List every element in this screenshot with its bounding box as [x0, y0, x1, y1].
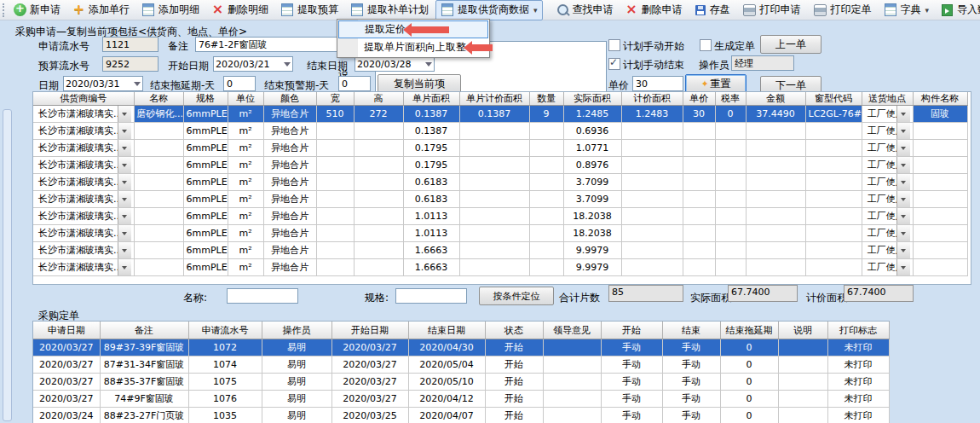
cell[interactable]: 工厂使用 [862, 259, 913, 276]
cell[interactable]: 18 [529, 208, 563, 225]
table-row[interactable]: 2020/03/2788#35-37F窗固玻1075易明2020/03/2720… [33, 374, 889, 391]
cell[interactable]: 472 [316, 191, 354, 208]
cell[interactable]: 0.6183 [459, 191, 529, 208]
cell[interactable]: 1.0113 [459, 208, 529, 225]
cell[interactable]: 异地合片 [263, 259, 316, 276]
cell[interactable]: LC33L-76#... [805, 208, 862, 225]
column-header[interactable]: 构件名称 [913, 92, 967, 106]
cell[interactable]: LC48L-76#... [805, 242, 862, 259]
plan-manual-start-checkbox[interactable] [608, 39, 620, 51]
cell[interactable]: 30 [683, 123, 715, 140]
cell[interactable]: 5 [529, 123, 563, 140]
cell[interactable]: 1.2483 [621, 106, 683, 123]
menu-item-extract-area-round-up[interactable]: 提取单片面积向上取整 [338, 38, 488, 56]
cell[interactable]: 0.8975 [621, 157, 683, 174]
column-header[interactable]: 开始日期 [331, 322, 408, 339]
cell[interactable]: 3.7099 [563, 191, 621, 208]
cell[interactable]: 0.1387 [459, 123, 529, 140]
table-row[interactable]: 2020/03/2787#31-34F窗固玻1074易明2020/03/2720… [33, 356, 889, 374]
cell[interactable]: 6mmPLE... [183, 242, 228, 259]
cell[interactable]: 2020/05/10 [408, 374, 485, 391]
cell[interactable]: 30 [683, 106, 715, 123]
cell[interactable]: 开始 [485, 374, 543, 391]
cell[interactable]: 0.6936 [563, 123, 621, 140]
cell[interactable]: 0.6183 [459, 174, 529, 191]
cell[interactable]: m² [228, 259, 263, 276]
cell[interactable]: 0 [715, 106, 746, 123]
cell[interactable]: 30 [683, 191, 715, 208]
print-order-button[interactable]: 打印定单 [808, 0, 877, 20]
cell[interactable]: 9.9978 [621, 242, 683, 259]
cell[interactable]: 固玻 [913, 242, 967, 259]
cell[interactable]: 手动 [601, 408, 662, 423]
cell[interactable]: 660 [316, 140, 354, 157]
column-header[interactable]: 颜色 [263, 92, 316, 106]
cell[interactable]: 1.6663 [403, 259, 459, 276]
column-header[interactable]: 窗型代码 [805, 92, 862, 106]
cell[interactable]: 2020/04/07 [408, 408, 485, 423]
cell[interactable]: 88#23-27F门页玻 [100, 408, 188, 423]
cell[interactable]: 长沙市潇湘玻璃实... [33, 123, 134, 140]
cell[interactable]: 2020/03/27 [33, 356, 100, 374]
cell[interactable]: LC2GL-76#... [805, 106, 862, 123]
cell[interactable]: m² [228, 208, 263, 225]
cell[interactable]: 1.0113 [459, 225, 529, 242]
print-request-button[interactable]: 打印申请 [737, 0, 806, 20]
cell[interactable]: 88#35-37F窗固玻 [100, 374, 188, 391]
cell[interactable]: 未打印 [827, 356, 889, 374]
cell[interactable]: 1272 [316, 259, 354, 276]
cell[interactable]: 固玻 [913, 123, 967, 140]
cell[interactable]: 0 [720, 339, 778, 356]
cell[interactable]: 长沙市潇湘玻璃实... [33, 191, 134, 208]
column-header[interactable]: 单位 [228, 92, 263, 106]
cell[interactable]: 1310 [354, 225, 403, 242]
cell[interactable] [543, 356, 601, 374]
cell[interactable]: 2020/03/27 [331, 356, 408, 374]
cell[interactable]: LC33R-76#... [805, 225, 862, 242]
cell[interactable] [778, 374, 827, 391]
filter-spec-input[interactable] [395, 288, 467, 304]
cell[interactable]: 1.6663 [459, 259, 529, 276]
cell[interactable]: 0 [720, 374, 778, 391]
cell[interactable] [543, 391, 601, 408]
chevron-down-icon[interactable] [118, 242, 131, 258]
save-button[interactable]: 存盘 [689, 0, 735, 20]
cell[interactable]: 固玻 [913, 140, 967, 157]
cell[interactable] [715, 225, 746, 242]
copy-current-button[interactable]: 复制当前项 [378, 74, 461, 93]
cell[interactable]: 772 [316, 208, 354, 225]
cell[interactable]: 工厂使用 [862, 242, 913, 259]
cell[interactable]: 工厂使用 [862, 174, 913, 191]
cell[interactable]: 6 [529, 174, 563, 191]
cell[interactable]: 易明 [262, 356, 331, 374]
operator-field[interactable] [731, 55, 794, 71]
cell[interactable]: 0 [720, 391, 778, 408]
cell[interactable]: 0.1387 [459, 106, 529, 123]
table-row[interactable]: 长沙市潇湘玻璃实...磨砂钢化...6mmPLE...m²异地合片6602720… [33, 157, 967, 174]
prev-order-button[interactable]: 上一单 [760, 35, 821, 54]
cell[interactable]: LC7R-76#-1FO [805, 157, 862, 174]
cell[interactable]: 钢化室内... [134, 242, 183, 259]
cell[interactable]: 299.9340 [746, 242, 805, 259]
chevron-down-icon[interactable] [118, 157, 131, 173]
cell[interactable]: 未打印 [827, 391, 889, 408]
cell[interactable]: 长沙市潇湘玻璃实... [33, 140, 134, 157]
cell[interactable] [543, 339, 601, 356]
column-header[interactable]: 计价面积 [621, 92, 683, 106]
cell[interactable]: m² [228, 140, 263, 157]
table-row[interactable]: 长沙市潇湘玻璃实...钢化室内...6mmPLE...m²异地合片7721310… [33, 225, 967, 242]
cell[interactable]: 6 [529, 191, 563, 208]
cell[interactable]: 20.8050 [746, 123, 805, 140]
cell[interactable]: 2020/04/30 [408, 339, 485, 356]
cell[interactable]: 钢化室内... [134, 259, 183, 276]
cell[interactable]: 易明 [262, 339, 331, 356]
cell[interactable]: 1035 [188, 408, 262, 423]
cell[interactable] [715, 157, 746, 174]
splitter-strip[interactable] [3, 109, 12, 421]
find-request-button[interactable]: 查找申请 [551, 0, 619, 20]
budget-no-field[interactable] [102, 56, 159, 72]
extract-budget-button[interactable]: 提取预算 [275, 0, 343, 20]
cell[interactable]: 18.2038 [563, 208, 621, 225]
cell[interactable]: 异地合片 [263, 225, 316, 242]
column-header[interactable]: 申请流水号 [188, 322, 262, 339]
